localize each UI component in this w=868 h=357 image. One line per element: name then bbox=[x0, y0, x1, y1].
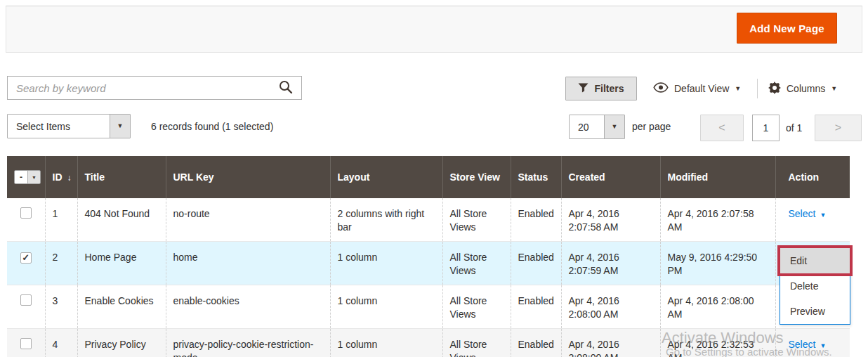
cms-pages-grid-page: Add New Page Filters Default View ▼ Colu… bbox=[0, 0, 868, 357]
chevron-down-icon: ▼ bbox=[831, 86, 837, 92]
activate-windows-watermark: Activate Windows bbox=[662, 329, 784, 347]
toolbar-divider bbox=[757, 79, 758, 98]
cell-modified: May 9, 2016 4:29:50 PM bbox=[660, 242, 775, 285]
column-header-created[interactable]: Created bbox=[561, 156, 660, 198]
row-checkbox[interactable] bbox=[20, 207, 32, 219]
activate-windows-hint: Go to Settings to activate Windows. bbox=[666, 346, 832, 357]
chevron-down-icon: ▼ bbox=[117, 123, 124, 129]
cell-layout: 2 columns with right bar bbox=[330, 198, 442, 242]
table-row: ✓ 2 Home Page home 1 column All Store Vi… bbox=[7, 242, 850, 285]
search-submit-button[interactable] bbox=[270, 77, 301, 99]
chevron-right-icon: > bbox=[835, 122, 841, 134]
chevron-down-icon: ▼ bbox=[612, 124, 618, 130]
chevron-left-icon: < bbox=[718, 122, 725, 134]
cell-status: Enabled bbox=[511, 329, 561, 357]
column-header-id[interactable]: ID↓ bbox=[45, 156, 77, 198]
cell-modified: Apr 4, 2016 2:08:00 AM bbox=[660, 285, 775, 329]
row-checkbox[interactable] bbox=[20, 294, 32, 306]
cell-title: Home Page bbox=[77, 242, 166, 285]
cell-title: 404 Not Found bbox=[77, 198, 166, 242]
action-menu: EditDeletePreview bbox=[780, 247, 850, 325]
cms-pages-grid: - ▼ ID↓ Title URL Key Layout Store View … bbox=[7, 156, 850, 357]
view-selector[interactable]: Default View ▼ bbox=[653, 77, 741, 100]
sort-descending-icon: ↓ bbox=[67, 173, 72, 183]
mass-action-select[interactable]: Select Items ▼ bbox=[7, 114, 131, 138]
row-action-select[interactable]: Select▼ bbox=[789, 208, 827, 219]
cell-title: Privacy Policy bbox=[77, 329, 166, 357]
action-menu-item-preview[interactable]: Preview bbox=[780, 299, 850, 324]
cell-status: Enabled bbox=[511, 198, 561, 242]
per-page-select[interactable]: 20 ▼ bbox=[569, 115, 625, 139]
chevron-down-icon: ▼ bbox=[27, 171, 40, 183]
row-checkbox[interactable]: ✓ bbox=[20, 252, 32, 264]
columns-selector[interactable]: Columns ▼ bbox=[768, 77, 837, 100]
per-page-label: per page bbox=[632, 121, 671, 132]
cell-created: Apr 4, 2016 2:08:00 AM bbox=[561, 329, 660, 357]
column-header-title[interactable]: Title bbox=[77, 156, 166, 198]
search-icon bbox=[278, 79, 294, 97]
records-summary: 6 records found (1 selected) bbox=[151, 121, 273, 132]
cell-store-view: All Store Views bbox=[442, 329, 511, 357]
column-header-store-view[interactable]: Store View bbox=[442, 156, 511, 198]
cell-url-key: no-route bbox=[166, 198, 330, 242]
cell-url-key: home bbox=[166, 242, 330, 285]
cell-id: 1 bbox=[45, 198, 77, 242]
column-header-action: Action bbox=[775, 156, 850, 198]
cell-modified: Apr 4, 2016 2:07:58 AM bbox=[660, 198, 775, 242]
previous-page-button[interactable]: < bbox=[700, 115, 744, 141]
cell-store-view: All Store Views bbox=[442, 198, 511, 242]
gear-icon bbox=[768, 82, 781, 96]
row-checkbox[interactable] bbox=[20, 338, 32, 349]
action-menu-item-delete[interactable]: Delete bbox=[780, 273, 850, 299]
cell-status: Enabled bbox=[511, 285, 561, 329]
current-page-input[interactable] bbox=[752, 115, 780, 141]
keyword-search-box bbox=[7, 76, 302, 100]
action-menu-item-edit[interactable]: Edit bbox=[780, 248, 850, 273]
filter-funnel-icon bbox=[578, 83, 588, 95]
cell-title: Enable Cookies bbox=[77, 285, 166, 329]
eye-icon bbox=[653, 82, 669, 95]
table-row: 3 Enable Cookies enable-cookies 1 column… bbox=[7, 285, 850, 329]
column-header-layout[interactable]: Layout bbox=[330, 156, 442, 198]
cell-id: 2 bbox=[45, 242, 77, 285]
chevron-down-icon: ▼ bbox=[735, 86, 741, 92]
column-header-modified[interactable]: Modified bbox=[660, 156, 775, 198]
per-page-caret-button[interactable]: ▼ bbox=[604, 115, 624, 138]
page-actions-band bbox=[6, 6, 862, 53]
cell-url-key: enable-cookies bbox=[166, 285, 330, 329]
table-row: 1 404 Not Found no-route 2 columns with … bbox=[7, 198, 850, 242]
cell-layout: 1 column bbox=[330, 242, 442, 285]
columns-selector-label: Columns bbox=[787, 83, 825, 94]
cell-created: Apr 4, 2016 2:07:59 AM bbox=[561, 242, 660, 285]
column-header-status[interactable]: Status bbox=[511, 156, 561, 198]
cell-id: 3 bbox=[45, 285, 77, 329]
mass-action-caret-button[interactable]: ▼ bbox=[110, 115, 130, 138]
chevron-icon: ▼ bbox=[820, 212, 826, 219]
select-all-state: - bbox=[15, 171, 27, 183]
cell-store-view: All Store Views bbox=[442, 285, 511, 329]
cell-created: Apr 4, 2016 2:07:58 AM bbox=[561, 198, 660, 242]
cell-created: Apr 4, 2016 2:08:00 AM bbox=[561, 285, 660, 329]
view-selector-label: Default View bbox=[674, 83, 729, 94]
cell-layout: 1 column bbox=[330, 329, 442, 357]
grid-header-row: - ▼ ID↓ Title URL Key Layout Store View … bbox=[7, 156, 850, 198]
mass-action-label: Select Items bbox=[8, 115, 110, 138]
next-page-button[interactable]: > bbox=[815, 115, 862, 141]
select-all-dropdown[interactable]: - ▼ bbox=[14, 170, 41, 184]
filters-label: Filters bbox=[594, 83, 624, 94]
cell-url-key: privacy-policy-cookie-restriction-mode bbox=[166, 329, 330, 357]
filters-button[interactable]: Filters bbox=[565, 77, 637, 100]
cell-store-view: All Store Views bbox=[442, 242, 511, 285]
search-input[interactable] bbox=[8, 82, 270, 94]
per-page-value: 20 bbox=[570, 115, 604, 138]
total-pages-label: of 1 bbox=[786, 122, 802, 134]
add-new-page-button[interactable]: Add New Page bbox=[737, 13, 837, 44]
cell-status: Enabled bbox=[511, 242, 561, 285]
column-header-url-key[interactable]: URL Key bbox=[166, 156, 330, 198]
cell-layout: 1 column bbox=[330, 285, 442, 329]
cell-id: 4 bbox=[45, 329, 77, 357]
